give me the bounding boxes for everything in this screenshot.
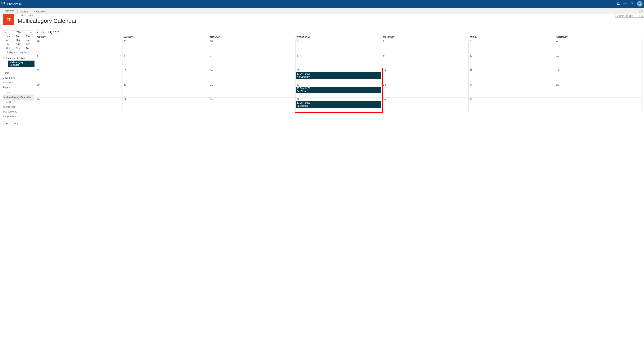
search-icon[interactable] xyxy=(641,15,643,17)
nav-site-contents[interactable]: Site contents xyxy=(3,109,34,114)
nav-events-test[interactable]: events test xyxy=(3,104,34,109)
day-number: 13 xyxy=(122,68,209,72)
calendar-cell[interactable]: 10 xyxy=(468,54,555,68)
day-number: 11 xyxy=(555,54,642,57)
tab-browse[interactable]: BROWSE xyxy=(3,9,17,14)
mini-month[interactable]: Sep xyxy=(23,42,33,46)
mini-month[interactable]: Aug xyxy=(13,42,23,46)
day-number: 6 xyxy=(122,54,209,57)
search-actions: ▾ xyxy=(639,15,643,17)
mini-month[interactable]: Mar xyxy=(23,34,33,38)
mini-month[interactable]: Apr xyxy=(3,38,13,42)
mini-month[interactable]: Nov xyxy=(13,46,23,50)
site-logo[interactable]: JT xyxy=(3,14,14,25)
calendar-cell[interactable]: 18 xyxy=(555,68,642,83)
search-box[interactable]: Search this site ▾ xyxy=(615,14,644,18)
calendar-cell[interactable]: 3 xyxy=(468,39,555,54)
mini-month[interactable]: Dec xyxy=(23,46,33,50)
calendar-cell[interactable]: 4 xyxy=(555,39,642,54)
help-icon[interactable]: ? xyxy=(630,2,634,6)
calendar-cell[interactable]: 25 xyxy=(555,83,642,98)
tab-calendar[interactable]: CALENDAR xyxy=(32,9,48,14)
day-number: 5 xyxy=(36,54,122,57)
calendar-cell[interactable]: 21 xyxy=(209,83,296,98)
nav-recycle-bin[interactable]: Recycle Bin xyxy=(3,114,34,119)
calendar-cell[interactable]: 30 xyxy=(209,39,296,54)
mini-month-selected[interactable]: Jul xyxy=(3,42,13,46)
day-number: 1 xyxy=(555,98,642,101)
calendar-cell[interactable]: 19 xyxy=(36,83,122,98)
bell-icon[interactable] xyxy=(616,2,620,6)
calendar-event[interactable]: 13:00 - 14:00Full Time xyxy=(296,86,382,93)
calendar-cell[interactable]: 28 xyxy=(209,98,296,112)
next-year-icon[interactable]: ▸ xyxy=(30,31,32,34)
edit-links-top[interactable]: EDIT LINKS xyxy=(18,14,77,17)
mini-month[interactable]: May xyxy=(13,38,23,42)
nav-notebook[interactable]: Notebook xyxy=(3,80,34,85)
day-number: 27 xyxy=(122,98,209,101)
calendar-overlay-item[interactable]: Multicategory Calendar xyxy=(8,60,34,67)
event-title: Full Time xyxy=(297,90,381,93)
dropdown-icon[interactable]: ▾ xyxy=(639,15,640,17)
calendar-cell[interactable]: 29 xyxy=(122,39,209,54)
day-number: 10 xyxy=(469,54,555,57)
day-header: TUESDAY xyxy=(209,35,296,39)
edit-links-bottom[interactable]: EDIT LINKS xyxy=(3,122,34,125)
nav-documents[interactable]: Documents xyxy=(3,75,34,80)
calendar-cell[interactable]: 30 xyxy=(382,98,469,112)
calendar-cell[interactable]: 23 xyxy=(382,83,469,98)
day-header: FRIDAY xyxy=(468,35,555,39)
nav-recent[interactable]: Recent xyxy=(3,90,34,94)
mini-month[interactable]: Oct xyxy=(3,46,13,50)
mini-cal-year: 2020 xyxy=(16,31,21,34)
calendar-cell[interactable]: 28 xyxy=(36,39,122,54)
calendar-cell[interactable]: 8 xyxy=(295,54,382,68)
day-header: WEDNESDAY xyxy=(295,35,382,39)
calendar-cell[interactable]: 1513:00 - 14:00No Category xyxy=(295,68,382,83)
prev-year-icon[interactable]: ◂ xyxy=(4,31,6,34)
next-month-button[interactable]: ▸ xyxy=(42,30,45,34)
calendar-cell[interactable]: 13 xyxy=(122,68,209,83)
calendar-event[interactable]: 13:00 - 14:00Intermittent xyxy=(296,101,382,108)
calendar-cell[interactable]: 1 xyxy=(295,39,382,54)
prev-month-button[interactable]: ◂ xyxy=(36,30,40,34)
day-number: 9 xyxy=(382,54,468,57)
calendar-cell[interactable]: 17 xyxy=(468,68,555,83)
calendar-cell[interactable]: 20 xyxy=(122,83,209,98)
calendar-cell[interactable]: 16 xyxy=(382,68,469,83)
nav-home[interactable]: Home xyxy=(3,70,34,75)
nav-recent-multicategory[interactable]: Multicategory Calendar xyxy=(3,94,34,100)
calendar-cell[interactable]: 2213:00 - 14:00Full Time xyxy=(295,83,382,98)
mini-month[interactable]: Feb xyxy=(13,34,23,38)
calendar-cell[interactable]: 31 xyxy=(468,98,555,112)
calendar-event[interactable]: 13:00 - 14:00No Category xyxy=(296,72,382,79)
calendar-cell[interactable]: 1 xyxy=(555,98,642,112)
calendars-in-view[interactable]: Calendars in View xyxy=(3,56,34,60)
avatar[interactable]: 🧑 xyxy=(637,1,642,6)
calendar-cell[interactable]: 5 xyxy=(36,54,122,68)
tab-events[interactable]: EVENTS xyxy=(18,9,31,14)
nav-pages[interactable]: Pages xyxy=(3,85,34,90)
nav-recent-test1[interactable]: test1 xyxy=(3,100,34,104)
calendar-cell[interactable]: 14 xyxy=(209,68,296,83)
calendar-cell[interactable]: 11 xyxy=(555,54,642,68)
brand-label[interactable]: SharePoint xyxy=(7,2,22,6)
mini-month[interactable]: Jan xyxy=(3,34,13,38)
today-date-link[interactable]: 31 July 2020 xyxy=(16,51,29,54)
suite-right: ? 🧑 xyxy=(616,1,642,6)
calendar-cell[interactable]: 9 xyxy=(382,54,469,68)
calendar-icon xyxy=(3,58,5,60)
calendar-cell[interactable]: 12 xyxy=(36,68,122,83)
calendar-cell[interactable]: 27 xyxy=(122,98,209,112)
calendar-cell[interactable]: 24 xyxy=(468,83,555,98)
app-launcher-icon[interactable] xyxy=(2,2,4,5)
calendar-cell[interactable]: 2 xyxy=(382,39,469,54)
gear-icon[interactable] xyxy=(623,2,627,6)
mini-month[interactable]: Jun xyxy=(23,38,33,42)
calendar-cell[interactable]: 26 xyxy=(36,98,122,112)
calendar-cell[interactable]: 2913:00 - 14:00Intermittent xyxy=(295,98,382,112)
calendar-cell[interactable]: 6 xyxy=(122,54,209,68)
calendar-cell[interactable]: 7 xyxy=(209,54,296,68)
focus-icon[interactable] xyxy=(639,10,644,14)
day-number: 8 xyxy=(296,54,382,57)
